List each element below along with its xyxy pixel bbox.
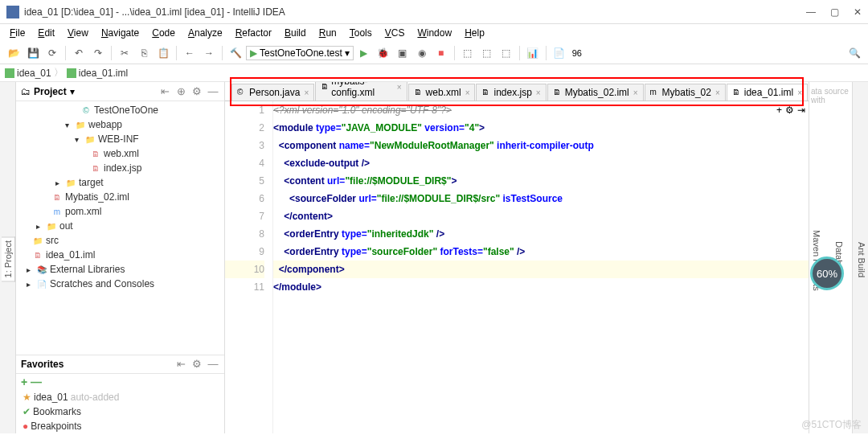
menu-code[interactable]: Code	[147, 26, 180, 40]
favorite-item[interactable]: ●Breakpoints	[16, 419, 224, 433]
editor-toolbar: + ⚙ ⇥	[776, 105, 805, 116]
right-tool-strip: Ant BuildDatabaseMaven Projects	[852, 82, 868, 433]
menu-refactor[interactable]: Refactor	[231, 26, 276, 40]
tab-close-icon[interactable]: ×	[797, 88, 802, 97]
menu-run[interactable]: Run	[314, 26, 342, 40]
fav-collapse-icon[interactable]: ⇤	[174, 358, 187, 371]
tree-row[interactable]: ▾📁WEB-INF	[16, 132, 224, 146]
tree-row[interactable]: 📁src	[16, 233, 224, 248]
menu-edit[interactable]: Edit	[33, 26, 59, 40]
run-config-select[interactable]: ▶TestOneToOne.test▾	[246, 46, 354, 60]
minimize-button[interactable]: —	[806, 6, 816, 18]
tree-row[interactable]: ▸📄Scratches and Consoles	[16, 277, 224, 291]
refresh-icon[interactable]: ⟳	[43, 44, 61, 62]
tree-row[interactable]: ▸📁target	[16, 175, 224, 190]
menu-file[interactable]: File	[5, 26, 30, 40]
menu-vcs[interactable]: VCS	[380, 26, 410, 40]
collapse-icon[interactable]: ⇤	[158, 85, 171, 98]
undo-icon[interactable]: ↶	[70, 44, 88, 62]
fav-hide-icon[interactable]: —	[207, 358, 219, 371]
project-panel-title: Project	[34, 86, 67, 97]
menu-tools[interactable]: Tools	[345, 26, 377, 40]
tab-close-icon[interactable]: ×	[304, 88, 309, 97]
editor-tab[interactable]: 🗎index.jsp×	[476, 84, 546, 101]
close-button[interactable]: ✕	[854, 6, 862, 18]
hide-icon[interactable]: —	[207, 85, 219, 98]
menu-view[interactable]: View	[63, 26, 93, 40]
left-tool-strip: 1: Project7: StructureWeb2: Favorites	[0, 82, 16, 433]
copy-icon[interactable]: ⎘	[135, 44, 153, 62]
editor-tab[interactable]: ©Person.java×	[231, 84, 314, 101]
code-content[interactable]: <?xml version="1.0" encoding="UTF-8"?><m…	[273, 101, 809, 433]
menu-help[interactable]: Help	[460, 26, 489, 40]
debug-icon[interactable]: 🐞	[375, 44, 392, 62]
editor-tab[interactable]: 🗎idea_01.iml×	[727, 84, 808, 101]
tree-row[interactable]: ▸📚External Libraries	[16, 262, 224, 277]
tree-row[interactable]: ©TestOneToOne	[16, 103, 224, 117]
favorite-item[interactable]: ✔Bookmarks	[16, 404, 224, 419]
favorite-item[interactable]: ★idea_01 auto-added	[16, 390, 224, 404]
save-icon[interactable]: 💾	[24, 44, 42, 62]
target-icon[interactable]: ⊕	[174, 85, 187, 98]
tree-row[interactable]: mpom.xml	[16, 204, 224, 219]
editor-tab[interactable]: 🗎Mybatis_02.iml×	[547, 84, 644, 101]
fav-gear-icon[interactable]: ⚙	[190, 358, 203, 371]
ed-plus-icon[interactable]: +	[776, 105, 782, 116]
search-icon[interactable]: 🔍	[845, 44, 863, 62]
tool2-icon[interactable]: ⬚	[478, 44, 496, 62]
cut-icon[interactable]: ✂	[116, 44, 133, 62]
stop-icon[interactable]: ■	[432, 44, 450, 62]
forward-icon[interactable]: →	[200, 44, 218, 62]
sidebar: 🗂 Project ▾ ⇤ ⊕ ⚙ — ©TestOneToOne▾📁webap…	[16, 82, 225, 433]
editor-tab[interactable]: 🗎web.xml×	[408, 84, 476, 101]
menu-navigate[interactable]: Navigate	[96, 26, 144, 40]
ed-pin-icon[interactable]: ⇥	[797, 105, 805, 116]
tool5-icon[interactable]: 📄	[551, 44, 568, 62]
right-tab-ant-build[interactable]: Ant Build	[855, 239, 868, 281]
breadcrumb-item[interactable]: idea_01.iml	[67, 68, 128, 79]
menu-window[interactable]: Window	[412, 26, 457, 40]
progress-badge[interactable]: 60%	[810, 256, 844, 290]
tab-close-icon[interactable]: ×	[536, 88, 541, 97]
favorites-panel-title: Favorites	[21, 359, 63, 370]
tab-close-icon[interactable]: ×	[633, 88, 638, 97]
menu-analyze[interactable]: Analyze	[183, 26, 227, 40]
redo-icon[interactable]: ↷	[89, 44, 107, 62]
favorites-panel: + — ★idea_01 auto-added✔Bookmarks●Breakp…	[16, 374, 224, 433]
back-icon[interactable]: ←	[181, 44, 199, 62]
run-icon[interactable]: ▶	[355, 44, 373, 62]
coverage-icon[interactable]: ▣	[394, 44, 411, 62]
tab-close-icon[interactable]: ×	[715, 88, 720, 97]
tree-row[interactable]: ▸📁out	[16, 219, 224, 233]
app-icon	[6, 6, 19, 18]
tree-row[interactable]: 🗎Mybatis_02.iml	[16, 190, 224, 204]
gear-icon[interactable]: ⚙	[190, 85, 203, 98]
left-tab-1-project[interactable]: 1: Project	[2, 236, 15, 281]
paste-icon[interactable]: 📋	[154, 44, 172, 62]
tree-row[interactable]: 🗎idea_01.iml	[16, 248, 224, 262]
editor-tab[interactable]: mMybatis_02×	[645, 84, 726, 101]
tool4-icon[interactable]: 📊	[524, 44, 542, 62]
tree-row[interactable]: 🗎web.xml	[16, 146, 224, 161]
watermark: @51CTO博客	[801, 418, 862, 432]
maximize-button[interactable]: ▢	[830, 6, 839, 18]
ed-gear-icon[interactable]: ⚙	[785, 105, 794, 116]
project-icon: 🗂	[21, 86, 31, 97]
tab-close-icon[interactable]: ×	[465, 88, 470, 97]
chevron-down-icon[interactable]: ▾	[70, 86, 75, 97]
titlebar: idea_01 [D:\idea_01] - ...\idea_01.iml […	[0, 0, 868, 24]
tool3-icon[interactable]: ⬚	[497, 44, 515, 62]
breadcrumb-item[interactable]: idea_01 〉	[5, 66, 63, 80]
open-icon[interactable]: 📂	[5, 44, 23, 62]
editor-tab[interactable]: 🗎mybatis-config.xml×	[315, 82, 407, 101]
tree-row[interactable]: 🗎index.jsp	[16, 161, 224, 175]
tree-row[interactable]: ▾📁webapp	[16, 117, 224, 132]
tab-close-icon[interactable]: ×	[397, 83, 402, 92]
profile-icon[interactable]: ◉	[413, 44, 431, 62]
menu-build[interactable]: Build	[280, 26, 311, 40]
project-tree[interactable]: ©TestOneToOne▾📁webapp▾📁WEB-INF🗎web.xml🗎i…	[16, 101, 224, 355]
hammer-icon[interactable]: 🔨	[227, 44, 244, 62]
editor[interactable]: 1234567891011 <?xml version="1.0" encodi…	[225, 101, 809, 433]
tool1-icon[interactable]: ⬚	[459, 44, 477, 62]
add-favorite-button[interactable]: + —	[16, 374, 224, 390]
